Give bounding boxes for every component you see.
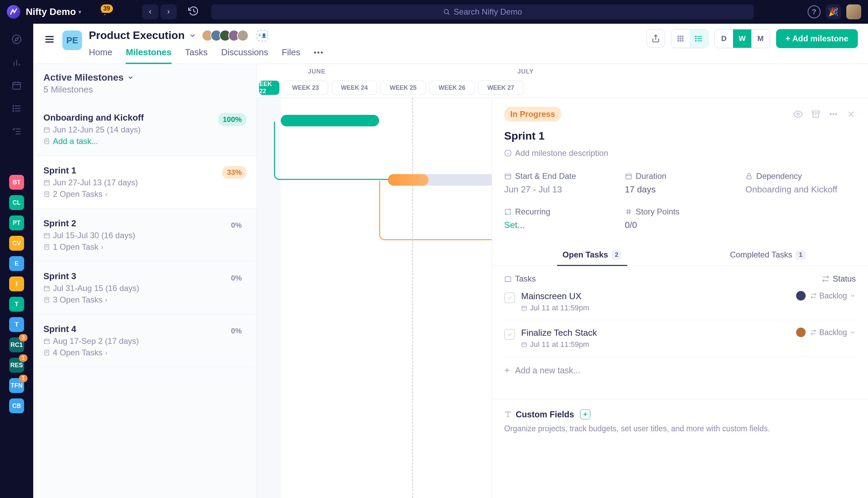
watch-icon[interactable] <box>793 109 803 119</box>
milestone-tasks-link[interactable]: 4 Open Tasks› <box>43 348 246 357</box>
sidebar-analytics[interactable] <box>11 57 22 68</box>
sidebar-project-e[interactable]: E <box>9 256 24 271</box>
list-icon <box>694 34 703 43</box>
gantt-week-week27[interactable]: WEEK 27 <box>478 81 524 95</box>
sidebar-project-cb[interactable]: CB <box>9 398 24 413</box>
milestone-item[interactable]: Sprint 4Aug 17-Sep 2 (17 days)4 Open Tas… <box>33 314 257 367</box>
completed-tasks-tab[interactable]: Completed Tasks1 <box>680 244 856 266</box>
workspace-switcher[interactable]: Nifty Demo ▾ <box>26 6 81 17</box>
history-button[interactable] <box>188 6 199 18</box>
project-title[interactable]: Product Execution <box>89 29 196 42</box>
milestone-tasks-link[interactable]: 2 Open Tasks› <box>43 189 246 199</box>
hash-icon <box>625 208 633 215</box>
task-checkbox[interactable] <box>504 329 515 340</box>
user-avatar[interactable] <box>846 4 861 19</box>
sidebar-project-t[interactable]: T <box>9 297 24 312</box>
milestone-list-filter[interactable]: Active Milestones <box>43 72 246 83</box>
gantt-week-week26[interactable]: WEEK 26 <box>429 81 475 95</box>
gantt-week-eek22[interactable]: EEK 22 <box>259 81 279 95</box>
close-icon[interactable] <box>846 109 856 119</box>
header-actions: DWM + Add milestone <box>647 29 858 54</box>
gantt-week-week23[interactable]: WEEK 23 <box>283 81 328 95</box>
sidebar-project-res[interactable]: RES1 <box>9 358 24 373</box>
add-task-button[interactable]: + Add a new task... <box>504 357 856 384</box>
detail-description-input[interactable]: Add milestone description <box>504 148 856 158</box>
svg-point-32 <box>682 40 683 41</box>
search-input[interactable]: Search Nifty Demo <box>211 4 754 19</box>
tab-tasks[interactable]: Tasks <box>185 44 207 64</box>
task-row[interactable]: Finalize Tech StackJul 11 at 11:59pmBack… <box>504 320 856 357</box>
task-status-dropdown[interactable]: Backlog <box>810 328 856 337</box>
grid-view-button[interactable] <box>671 29 690 48</box>
menu-toggle-button[interactable] <box>43 34 55 46</box>
gantt-week-week24[interactable]: WEEK 24 <box>332 81 377 95</box>
add-custom-field-button[interactable]: + <box>580 409 590 419</box>
nav-back-button[interactable] <box>142 4 158 19</box>
gantt-week-week25[interactable]: WEEK 25 <box>380 81 426 95</box>
tab-more[interactable] <box>314 44 323 64</box>
detail-storypoints[interactable]: 0/0 <box>625 220 736 231</box>
zoom-d[interactable]: D <box>715 29 733 48</box>
sidebar-project-pt[interactable]: PT <box>9 215 24 231</box>
milestone-tasks-link[interactable]: 3 Open Tasks› <box>43 295 246 304</box>
sidebar-project-tfn[interactable]: TFN1 <box>9 378 24 393</box>
milestone-tasks-link[interactable]: Add a task... <box>43 136 246 146</box>
open-tasks-tab[interactable]: Open Tasks2 <box>504 244 680 266</box>
svg-rect-79 <box>747 176 751 179</box>
tab-home[interactable]: Home <box>89 44 112 64</box>
milestone-item[interactable]: Sprint 2Jul 15-Jul 30 (16 days)1 Open Ta… <box>33 209 257 262</box>
svg-point-14 <box>13 105 14 106</box>
detail-title[interactable]: Sprint 1 <box>504 130 856 142</box>
nav-forward-button[interactable] <box>161 4 177 19</box>
sidebar-checklist[interactable] <box>11 126 22 137</box>
notifications-button[interactable]: 39 <box>100 6 110 17</box>
sidebar-project-t[interactable]: T <box>9 317 24 332</box>
sidebar-project-cv[interactable]: CV <box>9 236 24 251</box>
milestone-item[interactable]: Onboarding and KickoffJun 12-Jun 25 (14 … <box>33 103 257 156</box>
svg-rect-75 <box>505 174 511 179</box>
task-status-dropdown[interactable]: Backlog <box>810 291 856 301</box>
svg-point-16 <box>13 110 14 112</box>
task-row[interactable]: Mainscreen UXJul 11 at 11:59pmBacklog <box>504 284 856 320</box>
share-button[interactable] <box>647 29 665 48</box>
sidebar-project-i[interactable]: I <box>9 276 24 291</box>
milestone-item[interactable]: Sprint 1Jun 27-Jul 13 (17 days)2 Open Ta… <box>33 156 257 209</box>
svg-rect-87 <box>522 306 526 310</box>
tab-milestones[interactable]: Milestones <box>126 44 171 64</box>
whats-new-button[interactable]: 🎉 <box>826 4 841 19</box>
content: PE Product Execution +👤 HomeMilestonesTa… <box>33 24 868 498</box>
search-placeholder: Search Nifty Demo <box>454 7 522 17</box>
list-view-button[interactable] <box>690 29 708 48</box>
sidebar-project-cl[interactable]: CL <box>9 195 24 210</box>
logo[interactable] <box>7 5 20 18</box>
topbar-right: ? 🎉 <box>808 4 861 19</box>
sidebar-list[interactable] <box>11 103 22 114</box>
milestone-tasks-link[interactable]: 1 Open Task› <box>43 242 246 252</box>
task-assignee-avatar[interactable] <box>796 291 806 301</box>
zoom-w[interactable]: W <box>733 29 751 48</box>
task-assignee-avatar[interactable] <box>796 328 806 337</box>
task-checkbox[interactable] <box>504 292 515 303</box>
topbar: Nifty Demo ▾ 39 Search Nifty Demo ? 🎉 <box>0 0 868 24</box>
detail-dependency[interactable]: Onboarding and Kickoff <box>745 184 856 195</box>
sidebar-project-rc1[interactable]: RC13 <box>9 338 24 352</box>
detail-recurring[interactable]: Set... <box>504 220 615 231</box>
member-avatars[interactable] <box>202 30 248 41</box>
add-milestone-button[interactable]: + Add milestone <box>776 29 858 48</box>
milestone-item[interactable]: Sprint 3Jul 31-Aug 15 (16 days)3 Open Ta… <box>33 262 257 314</box>
more-icon[interactable] <box>829 109 838 119</box>
svg-point-31 <box>680 40 681 41</box>
lock-icon <box>745 172 753 180</box>
detail-dates[interactable]: Jun 27 - Jul 13 <box>504 184 615 195</box>
help-button[interactable]: ? <box>808 5 820 18</box>
tab-discussions[interactable]: Discussions <box>221 44 268 64</box>
add-member-button[interactable]: +👤 <box>257 30 268 41</box>
history-icon <box>188 6 199 17</box>
sidebar-calendar[interactable] <box>11 80 22 91</box>
tab-files[interactable]: Files <box>282 44 301 64</box>
sidebar-project-bt[interactable]: BT <box>9 175 24 190</box>
status-badge[interactable]: In Progress <box>504 107 561 122</box>
sidebar-compass[interactable] <box>11 34 22 45</box>
archive-icon[interactable] <box>811 109 820 119</box>
zoom-m[interactable]: M <box>751 29 770 48</box>
